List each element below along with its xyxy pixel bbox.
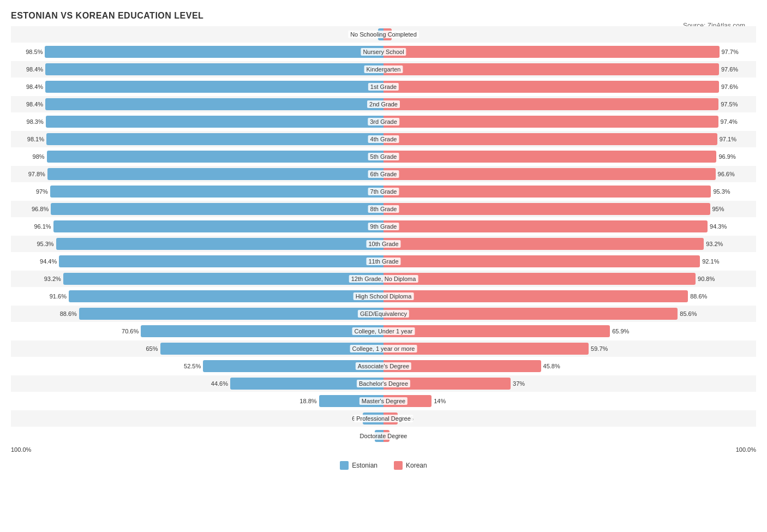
bar-row: 98.5% Nursery School 97.7% <box>11 44 756 60</box>
right-section: 97.1% <box>384 131 756 147</box>
bar-row: 95.3% 10th Grade 93.2% <box>11 236 756 252</box>
korean-value: 96.6% <box>716 171 735 177</box>
right-section: 2.4% <box>384 26 756 43</box>
bar-row: 18.8% Master's Degree 14% <box>11 393 756 409</box>
estonian-value: 97.8% <box>28 171 47 177</box>
korean-bar <box>384 63 719 75</box>
estonian-value: 91.6% <box>50 293 69 300</box>
korean-value: 90.8% <box>696 276 715 282</box>
right-section: 90.8% <box>384 271 756 287</box>
korean-value: 94.3% <box>708 223 727 230</box>
estonian-bar <box>363 413 384 425</box>
right-section: 97.6% <box>384 61 756 77</box>
estonian-bar <box>45 63 384 75</box>
korean-value: 1.7% <box>390 433 405 439</box>
estonian-bar <box>63 273 384 285</box>
korean-bar <box>384 98 718 110</box>
right-section: 95.3% <box>384 183 756 200</box>
bar-row: 91.6% High School Diploma 88.6% <box>11 288 756 304</box>
korean-bar <box>384 116 718 128</box>
korean-value: 96.9% <box>716 153 735 160</box>
korean-bar <box>384 325 610 337</box>
korean-bar <box>384 273 696 285</box>
right-section: 85.6% <box>384 306 756 322</box>
korean-value: 85.6% <box>678 310 697 317</box>
bar-row: 98% 5th Grade 96.9% <box>11 148 756 165</box>
left-section: 93.2% <box>11 271 384 287</box>
estonian-value: 88.6% <box>60 310 79 317</box>
left-section: 97.8% <box>11 166 384 182</box>
estonian-bar <box>141 325 384 337</box>
bar-row: 98.3% 3rd Grade 97.4% <box>11 113 756 130</box>
bottom-left-label: 100.0% <box>11 446 31 453</box>
bar-row: 98.4% 1st Grade 97.6% <box>11 79 756 95</box>
left-section: 98.1% <box>11 131 384 147</box>
korean-value: 65.9% <box>610 328 629 334</box>
korean-bar <box>384 46 720 58</box>
estonian-value: 93.2% <box>44 276 63 282</box>
estonian-bar <box>160 343 384 355</box>
estonian-value: 98.4% <box>26 66 45 73</box>
korean-bar <box>384 360 541 372</box>
korean-value: 97.7% <box>720 49 739 55</box>
korean-value: 92.1% <box>700 258 719 265</box>
left-section: 1.6% <box>11 26 384 43</box>
right-section: 94.3% <box>384 218 756 235</box>
korean-value: 88.6% <box>688 293 707 300</box>
estonian-bar <box>47 168 384 180</box>
korean-value: 37% <box>511 380 525 387</box>
korean-bar <box>384 378 511 390</box>
estonian-bar <box>50 186 384 198</box>
bar-row: 52.5% Associate's Degree 45.8% <box>11 358 756 374</box>
left-section: 18.8% <box>11 393 384 409</box>
korean-value: 95.3% <box>711 188 730 195</box>
bar-row: 96.8% 8th Grade 95% <box>11 201 756 217</box>
korean-bar <box>384 203 710 215</box>
legend-korean: Korean <box>394 461 427 470</box>
estonian-value: 98% <box>33 153 47 160</box>
korean-value: 97.6% <box>719 66 738 73</box>
estonian-bar <box>45 98 384 110</box>
estonian-bar <box>51 203 384 215</box>
estonian-bar <box>375 430 384 442</box>
korean-value: 59.7% <box>589 345 608 352</box>
estonian-color-box <box>340 461 349 470</box>
estonian-bar <box>56 238 384 250</box>
bar-row: 96.1% 9th Grade 94.3% <box>11 218 756 235</box>
korean-value: 97.6% <box>719 83 738 90</box>
estonian-value: 95.3% <box>37 241 56 247</box>
korean-bar <box>384 238 704 250</box>
right-section: 1.7% <box>384 428 756 444</box>
estonian-value: 98.4% <box>26 83 45 90</box>
korean-bar <box>384 255 700 267</box>
korean-value: 93.2% <box>704 241 723 247</box>
estonian-value: 70.6% <box>122 328 141 334</box>
korean-bar <box>384 133 717 145</box>
left-section: 96.8% <box>11 201 384 217</box>
estonian-value: 98.3% <box>27 118 46 125</box>
bottom-right-label: 100.0% <box>736 446 756 453</box>
legend-korean-label: Korean <box>406 462 427 469</box>
korean-value: 4.1% <box>398 415 414 422</box>
legend-estonian-label: Estonian <box>352 462 377 469</box>
right-section: 37% <box>384 375 756 392</box>
korean-bar <box>384 308 678 320</box>
estonian-bar <box>79 308 384 320</box>
right-section: 4.1% <box>384 410 756 427</box>
left-section: 98.4% <box>11 61 384 77</box>
left-section: 98.3% <box>11 113 384 130</box>
estonian-value: 98.4% <box>26 101 45 107</box>
bar-row: 97.8% 6th Grade 96.6% <box>11 166 756 182</box>
bar-row: 98.4% 2nd Grade 97.5% <box>11 96 756 112</box>
estonian-value: 1.6% <box>362 31 378 38</box>
chart-title: ESTONIAN VS KOREAN EDUCATION LEVEL <box>11 11 756 21</box>
korean-bar <box>384 290 688 302</box>
left-section: 88.6% <box>11 306 384 322</box>
korean-value: 2.4% <box>392 31 408 38</box>
korean-bar <box>384 343 589 355</box>
right-section: 96.9% <box>384 148 756 165</box>
right-section: 65.9% <box>384 323 756 339</box>
left-section: 98.5% <box>11 44 384 60</box>
left-section: 98.4% <box>11 96 384 112</box>
korean-bar <box>384 186 711 198</box>
